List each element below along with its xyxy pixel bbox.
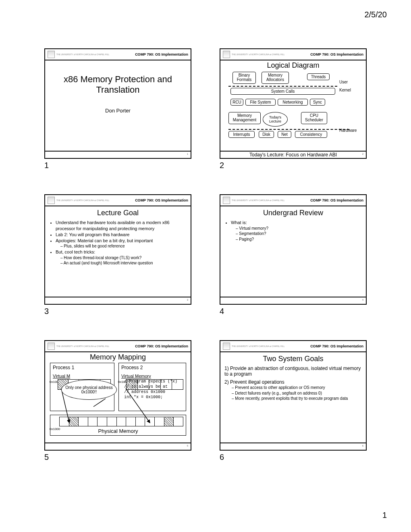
course-label: COMP 790: OS Implementation — [135, 198, 188, 202]
slide-title: x86 Memory Protection and Translation — [49, 74, 187, 96]
slide-index-2: 2 — [220, 161, 367, 170]
box-binary-formats: Binary Formats — [232, 72, 256, 84]
code-snippet: //Program expects (*x) // to always be a… — [124, 379, 177, 400]
slide-title: Undergrad Review — [224, 209, 362, 217]
university-name: THE UNIVERSITY of NORTH CAROLINA at CHAP… — [232, 200, 310, 202]
slide-header: THE UNIVERSITY of NORTH CAROLINA at CHAP… — [45, 195, 191, 206]
university-logo-icon — [223, 197, 230, 204]
slide-cell-5: THE UNIVERSITY of NORTH CAROLINA at CHAP… — [44, 340, 191, 462]
box-interrupts: Interrupts — [228, 131, 255, 138]
box-consistency: Consistency — [295, 131, 327, 138]
goal-1: 1) Provide an abstraction of contiguous,… — [224, 366, 362, 377]
footer-slide-num: 1 — [187, 153, 188, 155]
slide-cell-1: THE UNIVERSITY of NORTH CAROLINA at CHAP… — [44, 48, 191, 170]
box-net: Net — [278, 131, 291, 138]
bullet: Lab 2: You will program this hardware — [56, 232, 187, 238]
university-name: THE UNIVERSITY of NORTH CAROLINA at CHAP… — [56, 54, 135, 56]
slide-body: Logical Diagram Binary Formats Memory Al… — [220, 60, 366, 151]
sub-bullet: Plus, slides will be good reference — [60, 243, 187, 249]
university-name: THE UNIVERSITY of NORTH CAROLINA at CHAP… — [56, 200, 135, 202]
box-memory-management: Memory Management — [228, 112, 261, 124]
bullet: What is: Virtual memory? Segmentation? P… — [231, 220, 362, 242]
slide-6: THE UNIVERSITY of NORTH CAROLINA at CHAP… — [220, 340, 367, 451]
author: Don Porter — [49, 108, 187, 114]
slide-index-6: 6 — [220, 453, 367, 462]
bullet: Understand the hardware tools available … — [56, 220, 187, 232]
slide-4: THE UNIVERSITY of NORTH CAROLINA at CHAP… — [220, 194, 367, 305]
slide-footer: 1 — [45, 151, 191, 158]
label-user: User — [339, 80, 348, 84]
slide-title: Lecture Goal — [49, 209, 187, 217]
course-label: COMP 790: OS Implementation — [310, 52, 363, 56]
bullet-list: What is: Virtual memory? Segmentation? P… — [224, 220, 362, 242]
university-logo-icon — [48, 51, 55, 58]
goal-2: 2) Prevent illegal operations — [224, 379, 362, 385]
slide-body: Memory Mapping Process 1 Virtual M 0x100… — [45, 352, 191, 443]
box-cpu-scheduler: CPU Scheduler — [301, 112, 327, 124]
box-networking: Networking — [278, 99, 308, 106]
footer-slide-num: 5 — [187, 445, 188, 447]
slide-cell-4: THE UNIVERSITY of NORTH CAROLINA at CHAP… — [220, 194, 367, 316]
box-rcu: RCU — [230, 99, 243, 106]
slide-footer: 6 — [220, 443, 366, 450]
slides-grid: THE UNIVERSITY of NORTH CAROLINA at CHAP… — [44, 48, 367, 462]
slide-header: THE UNIVERSITY of NORTH CAROLINA at CHAP… — [45, 49, 191, 60]
slide-body: Lecture Goal Understand the hardware too… — [45, 206, 191, 297]
box-system-calls: System Calls — [230, 88, 335, 95]
slide-header: THE UNIVERSITY of NORTH CAROLINA at CHAP… — [220, 49, 366, 60]
sub-bullet: How does thread-local storage (TLS) work… — [60, 255, 187, 261]
svg-line-2 — [93, 399, 106, 407]
slide-index-1: 1 — [44, 161, 191, 170]
slide-cell-3: THE UNIVERSITY of NORTH CAROLINA at CHAP… — [44, 194, 191, 316]
slide-header: THE UNIVERSITY of NORTH CAROLINA at CHAP… — [220, 195, 366, 206]
slide-cell-6: THE UNIVERSITY of NORTH CAROLINA at CHAP… — [220, 340, 367, 462]
slide-body: Two System Goals 1) Provide an abstracti… — [220, 352, 366, 443]
sub-bullet: Paging? — [236, 237, 362, 242]
slide-footer: 4 — [220, 297, 366, 304]
university-logo-icon — [223, 51, 230, 58]
course-label: COMP 790: OS Implementation — [135, 52, 188, 56]
slide-footer: Today's Lecture: Focus on Hardware ABI 2 — [220, 151, 366, 158]
footer-slide-num: 4 — [362, 299, 363, 301]
slide-1: THE UNIVERSITY of NORTH CAROLINA at CHAP… — [44, 48, 191, 159]
slide-index-4: 4 — [220, 307, 367, 316]
university-name: THE UNIVERSITY of NORTH CAROLINA at CHAP… — [232, 54, 310, 56]
label-kernel: Kernel — [339, 88, 351, 92]
date-header: 2/5/20 — [364, 10, 387, 19]
university-name: THE UNIVERSITY of NORTH CAROLINA at CHAP… — [232, 345, 310, 347]
box-threads: Threads — [307, 73, 330, 80]
slide-index-3: 3 — [44, 307, 191, 316]
box-file-system: File System — [245, 99, 276, 106]
slide-title: Two System Goals — [224, 355, 362, 363]
slide-header: THE UNIVERSITY of NORTH CAROLINA at CHAP… — [220, 341, 366, 352]
footer-slide-num: 3 — [187, 299, 188, 301]
slide-footer: 5 — [45, 443, 191, 450]
box-sync: Sync — [310, 99, 325, 106]
university-name: THE UNIVERSITY of NORTH CAROLINA at CHAP… — [56, 345, 135, 347]
sub-bullet: Segmentation? — [236, 231, 362, 237]
slide-index-5: 5 — [44, 453, 191, 462]
bullet: Apologies: Material can be a bit dry, bu… — [56, 238, 187, 249]
bullet: But, cool tech tricks: How does thread-l… — [56, 249, 187, 266]
course-label: COMP 790: OS Implementation — [310, 344, 363, 348]
footer-slide-num: 6 — [362, 445, 363, 447]
university-logo-icon — [48, 197, 55, 204]
slide-cell-2: THE UNIVERSITY of NORTH CAROLINA at CHAP… — [220, 48, 367, 170]
sub-bullet: – Prevent access to other application or… — [232, 385, 362, 391]
course-label: COMP 790: OS Implementation — [310, 198, 363, 202]
slide-footer: 3 — [45, 297, 191, 304]
university-logo-icon — [48, 343, 55, 350]
slide-3: THE UNIVERSITY of NORTH CAROLINA at CHAP… — [44, 194, 191, 305]
box-disk: Disk — [259, 131, 274, 138]
sub-bullet: – More recently, prevent exploits that t… — [232, 396, 362, 401]
slide-title: Logical Diagram — [220, 61, 366, 70]
university-logo-icon — [223, 343, 230, 350]
slide-header: THE UNIVERSITY of NORTH CAROLINA at CHAP… — [45, 341, 191, 352]
course-label: COMP 790: OS Implementation — [135, 344, 188, 348]
oval-todays-lecture: Today's Lecture — [263, 112, 288, 127]
box-memory-allocators: Memory Allocators — [262, 72, 289, 84]
callout-bubble: Only one physical address 0x1000!! — [61, 380, 117, 400]
handout-page: 2/5/20 1 THE UNIVERSITY of NORTH CAROLIN… — [0, 0, 411, 532]
slide-body: x86 Memory Protection and Translation Do… — [45, 60, 191, 151]
page-number: 1 — [382, 511, 387, 520]
